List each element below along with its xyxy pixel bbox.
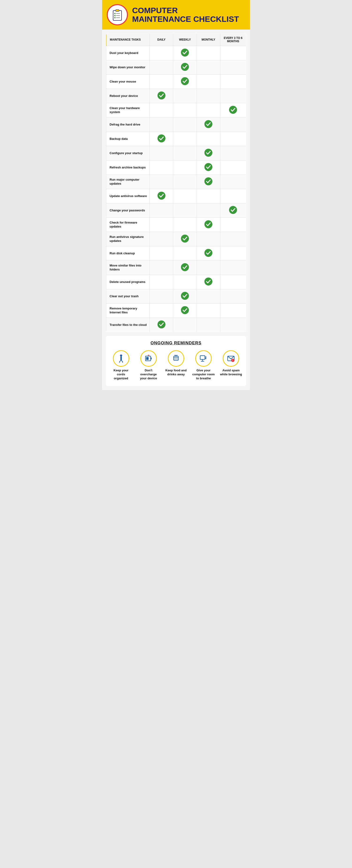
checklist-table: MAINTENANCE TASKS DAILY WEEKLY MONTHLY E…	[106, 33, 246, 332]
svg-point-25	[181, 292, 189, 300]
table-row: Run disk cleanup	[106, 246, 246, 260]
task-cell: Defrag the hard drive	[106, 118, 150, 132]
daily-cell	[150, 74, 173, 89]
check-icon	[181, 263, 189, 272]
table-row: Defrag the hard drive	[106, 118, 246, 132]
check-icon	[204, 277, 213, 286]
task-cell: Transfer files to the cloud	[106, 318, 150, 332]
daily-cell	[150, 60, 173, 74]
task-cell: Clean your hardware system	[106, 103, 150, 118]
monthly-cell	[197, 246, 220, 260]
computer-icon	[195, 350, 212, 367]
svg-point-17	[204, 177, 212, 185]
daily-cell	[150, 232, 173, 246]
check-icon	[204, 149, 213, 157]
daily-cell	[150, 289, 173, 304]
weekly-cell	[173, 304, 197, 318]
table-row: Dust your keyboard	[106, 46, 246, 60]
monthly-cell	[197, 318, 220, 332]
monthly-cell	[197, 289, 220, 304]
col-header-daily: DAILY	[150, 34, 173, 46]
task-cell: Run major computer updates	[106, 175, 150, 189]
svg-text:+: +	[147, 357, 148, 360]
weekly-cell	[173, 260, 197, 275]
svg-rect-4	[114, 15, 115, 16]
monthly-cell	[197, 60, 220, 74]
check-icon	[181, 48, 189, 57]
weekly-cell	[173, 60, 197, 74]
task-cell: Backup data	[106, 132, 150, 146]
check-icon	[157, 91, 166, 100]
daily-cell	[150, 304, 173, 318]
task-cell: Reboot your device	[106, 89, 150, 103]
reminder-item: ! Avoid spam while browsing	[219, 350, 243, 376]
every36-cell	[220, 289, 246, 304]
monthly-cell	[197, 46, 220, 60]
svg-point-19	[229, 206, 237, 214]
every36-cell	[220, 232, 246, 246]
daily-cell	[150, 118, 173, 132]
check-icon	[229, 206, 237, 214]
task-cell: Refresh archive backups	[106, 160, 150, 175]
battery-icon: +	[140, 350, 157, 367]
check-icon	[204, 249, 213, 257]
main-content: MAINTENANCE TASKS DAILY WEEKLY MONTHLY E…	[102, 30, 250, 390]
table-row: Run major computer updates	[106, 175, 246, 189]
table-row: Transfer files to the cloud	[106, 318, 246, 332]
weekly-cell	[173, 218, 197, 232]
svg-point-21	[181, 235, 189, 243]
reminder-label: Keep food and drinks away	[164, 369, 188, 376]
svg-rect-39	[200, 355, 205, 360]
task-cell: Remove temporary Internet files	[106, 304, 150, 318]
check-icon	[204, 120, 213, 128]
check-icon	[181, 63, 189, 71]
monthly-cell	[197, 304, 220, 318]
svg-point-8	[181, 49, 189, 57]
svg-point-27	[157, 320, 166, 329]
weekly-cell	[173, 89, 197, 103]
daily-cell	[150, 146, 173, 160]
weekly-cell	[173, 204, 197, 218]
check-icon	[181, 306, 189, 314]
task-cell: Delete unused programs	[106, 275, 150, 289]
reminder-item: Give your computer room to breathe	[192, 350, 215, 380]
svg-rect-2	[114, 13, 115, 14]
clipboard-icon	[111, 9, 123, 21]
daily-cell	[150, 275, 173, 289]
table-row: Move similar files into folders	[106, 260, 246, 275]
table-row: Clear out your trash	[106, 289, 246, 304]
monthly-cell	[197, 260, 220, 275]
task-cell: Clear out your trash	[106, 289, 150, 304]
monthly-cell	[197, 160, 220, 175]
table-row: Clean your mouse	[106, 74, 246, 89]
col-header-weekly: WEEKLY	[173, 34, 197, 46]
table-row: Configure your startup	[106, 146, 246, 160]
col-header-monthly: MONTHLY	[197, 34, 220, 46]
reminder-label: Avoid spam while browsing	[219, 369, 243, 376]
reminders-section: ONGOING REMINDERS Keep your cords organi…	[106, 336, 246, 386]
table-row: Run antivirus signature updates	[106, 232, 246, 246]
reminder-item: + Don't overcharge your device	[137, 350, 160, 380]
daily-cell	[150, 46, 173, 60]
svg-rect-31	[151, 358, 152, 360]
every36-cell	[220, 46, 246, 60]
weekly-cell	[173, 132, 197, 146]
svg-point-22	[204, 249, 212, 257]
every36-cell	[220, 218, 246, 232]
col-header-task: MAINTENANCE TASKS	[106, 34, 150, 46]
every36-cell	[220, 304, 246, 318]
check-icon	[204, 177, 213, 186]
monthly-cell	[197, 275, 220, 289]
header: COMPUTER MAINTENANCE CHECKLIST	[102, 0, 250, 30]
every36-cell	[220, 132, 246, 146]
monthly-cell	[197, 189, 220, 204]
weekly-cell	[173, 146, 197, 160]
table-row: Clean your hardware system	[106, 103, 246, 118]
weekly-cell	[173, 275, 197, 289]
task-cell: Configure your startup	[106, 146, 150, 160]
task-cell: Update antivirus software	[106, 189, 150, 204]
daily-cell	[150, 160, 173, 175]
header-icon-wrap	[107, 4, 128, 25]
weekly-cell	[173, 118, 197, 132]
daily-cell	[150, 204, 173, 218]
